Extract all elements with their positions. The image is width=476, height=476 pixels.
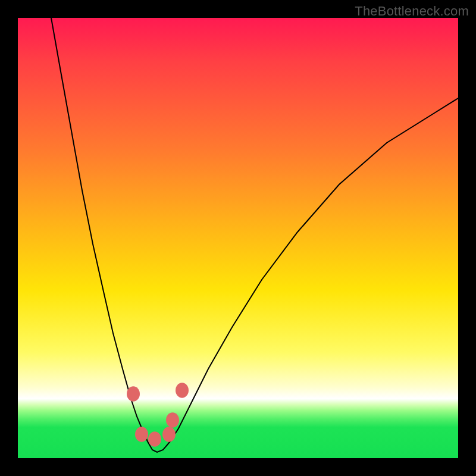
trough-point-3 xyxy=(162,427,176,441)
watermark-text: TheBottleneck.com xyxy=(355,4,469,19)
trough-point-1 xyxy=(135,427,148,441)
trough-point-0 xyxy=(127,386,140,401)
trough-point-2 xyxy=(148,431,161,446)
trough-point-4 xyxy=(166,412,179,427)
markers-layer xyxy=(18,18,458,458)
trough-point-5 xyxy=(176,383,189,397)
chart-frame: TheBottleneck.com xyxy=(0,0,476,476)
plot-area xyxy=(18,18,458,458)
